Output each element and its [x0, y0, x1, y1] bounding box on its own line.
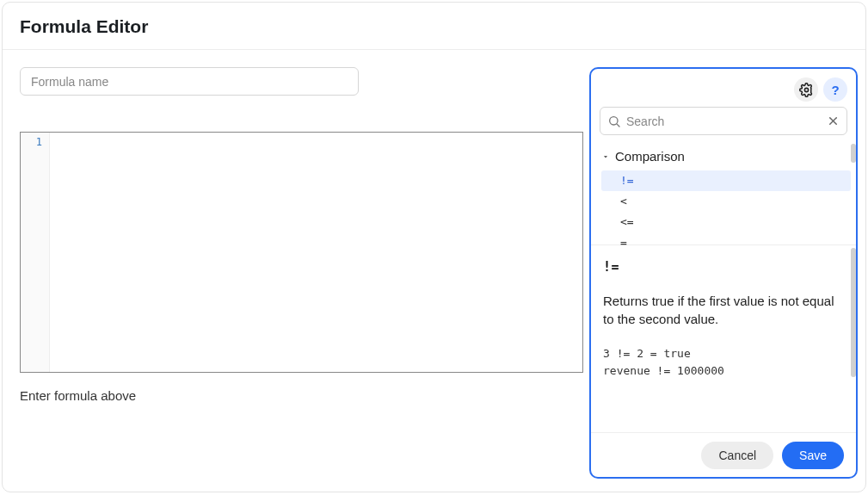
svg-point-1: [610, 116, 618, 124]
operator-item-less-equal[interactable]: <=: [601, 212, 851, 232]
formula-editor[interactable]: 1: [20, 132, 583, 373]
cancel-button[interactable]: Cancel: [701, 442, 773, 469]
clear-icon[interactable]: [827, 114, 840, 127]
operator-item-not-equal[interactable]: !=: [601, 170, 851, 191]
category-header[interactable]: Comparison: [596, 145, 851, 167]
help-icon: ?: [831, 83, 839, 97]
formula-name-input[interactable]: [20, 67, 359, 96]
content-area: 1 Enter formula above ?: [3, 50, 865, 489]
category-area: Comparison != < <= =: [591, 142, 856, 245]
save-button[interactable]: Save: [782, 442, 844, 469]
helper-body: Comparison != < <= = != Returns true if …: [591, 142, 856, 432]
helper-footer: Cancel Save: [591, 432, 856, 477]
operator-detail: != Returns true if the first value is no…: [591, 245, 856, 432]
detail-title: !=: [603, 259, 844, 275]
line-gutter: 1: [21, 133, 50, 372]
detail-description: Returns true if the first value is not e…: [603, 292, 844, 328]
operator-list: != < <= =: [601, 170, 851, 254]
search-row: [591, 107, 856, 142]
scrollbar-thumb[interactable]: [851, 144, 856, 163]
settings-button[interactable]: [794, 77, 818, 102]
helper-panel: ?: [589, 67, 858, 479]
svg-point-0: [804, 88, 808, 91]
help-button[interactable]: ?: [823, 77, 847, 102]
operator-item-less[interactable]: <: [601, 191, 851, 212]
helper-toolbar: ?: [591, 69, 856, 107]
svg-line-2: [617, 124, 619, 127]
category-label: Comparison: [615, 149, 685, 164]
header: Formula Editor: [3, 3, 865, 50]
search-wrap: [600, 107, 847, 135]
search-icon: [607, 114, 621, 128]
detail-example: 3 != 2 = true revenue != 1000000: [603, 345, 844, 379]
search-input[interactable]: [621, 114, 827, 128]
gear-icon: [799, 83, 814, 97]
chevron-down-icon: [601, 152, 610, 161]
line-number: 1: [21, 136, 42, 148]
formula-textarea[interactable]: [50, 133, 582, 372]
page-title: Formula Editor: [20, 16, 848, 37]
scrollbar-thumb[interactable]: [851, 248, 856, 377]
